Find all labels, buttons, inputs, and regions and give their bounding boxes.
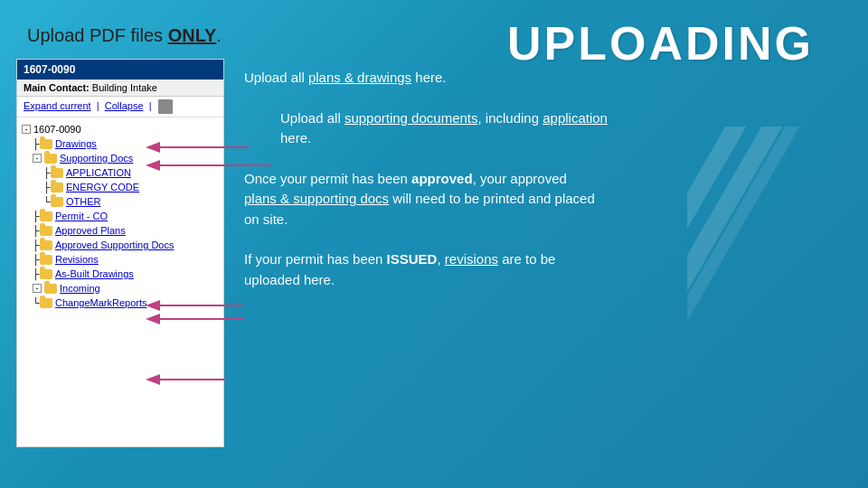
folder-icon (40, 269, 52, 279)
folder-icon (51, 183, 63, 192)
list-item: - Incoming (22, 281, 219, 296)
content-block-1: Upload all plans & drawings here. (244, 68, 832, 89)
tree-root: - 1607-0090 (22, 122, 219, 136)
expand-link[interactable]: Expand current (24, 100, 91, 111)
list-item: ├ ENERGY CODE (22, 180, 219, 194)
content-area: Upload all plans & drawings here. Upload… (244, 59, 832, 310)
list-item: └ ChangeMarkReports (22, 296, 219, 310)
content-block-2: Upload all supporting documents, includi… (244, 108, 832, 149)
screenshot-panel: 1607-0090 Main Contact: Building Intake … (16, 59, 224, 447)
supporting-expand-icon[interactable]: - (33, 154, 42, 163)
incoming-expand-icon[interactable]: - (33, 284, 42, 293)
folder-icon (40, 298, 52, 308)
folder-icon (44, 154, 57, 164)
as-built-drawings-link[interactable]: As-Built Drawings (55, 268, 134, 279)
folder-icon (40, 226, 52, 236)
folder-icon (40, 211, 52, 221)
list-item: ├ Drawings (22, 136, 219, 151)
list-item: ├ APPLICATION (22, 165, 219, 180)
block1-text: Upload all plans & drawings here. (244, 68, 832, 89)
permit-number: 1607-0090 (24, 63, 75, 76)
plans-drawings-link: plans & drawings (308, 70, 411, 85)
permit-co-link[interactable]: Permit - CO (55, 211, 108, 221)
folder-icon (51, 197, 63, 207)
block3-text: Once your permit has been approved, your… (244, 169, 832, 230)
folder-icon (44, 284, 57, 294)
application-link[interactable]: APPLICATION (66, 167, 131, 178)
panel-links: Expand current | Collapse | (17, 97, 223, 117)
content-block-4: If your permit has been ISSUED, revision… (244, 249, 832, 290)
revisions-link[interactable]: Revisions (55, 254, 99, 265)
list-item: └ OTHER (22, 194, 219, 209)
list-item: ├ Permit - CO (22, 209, 219, 223)
panel-header: 1607-0090 (17, 60, 223, 80)
list-item: ├ Approved Plans (22, 223, 219, 238)
panel-subheader: Main Contact: Building Intake (17, 80, 223, 97)
upload-label: Upload PDF files (27, 25, 168, 45)
upload-only: ONLY (168, 25, 217, 45)
approved-plans-link[interactable]: Approved Plans (55, 225, 126, 236)
root-expand-icon[interactable]: - (22, 125, 31, 134)
collapse-link[interactable]: Collapse (105, 100, 144, 111)
root-label: 1607-0090 (33, 124, 81, 135)
upload-instruction: Upload PDF files ONLY. (27, 25, 222, 46)
issued-bold: ISSUED (387, 251, 438, 267)
drawings-link[interactable]: Drawings (55, 138, 97, 149)
approved-bold: approved (411, 171, 473, 186)
list-item: ├ Revisions (22, 252, 219, 267)
folder-icon (40, 255, 52, 265)
block2-text: Upload all supporting documents, includi… (280, 108, 832, 149)
incoming-link[interactable]: Incoming (60, 283, 100, 294)
content-block-3: Once your permit has been approved, your… (244, 169, 832, 230)
approved-supporting-docs-link[interactable]: Approved Supporting Docs (55, 239, 174, 250)
energy-code-link[interactable]: ENERGY CODE (66, 182, 139, 192)
supporting-docs-link[interactable]: Supporting Docs (60, 153, 133, 164)
folder-icon (40, 240, 52, 250)
application-text-link: application (542, 110, 608, 126)
supporting-docs-text-link: supporting documents (344, 110, 478, 126)
block4-text: If your permit has been ISSUED, revision… (244, 249, 832, 290)
plans-supporting-docs-link: plans & supporting docs (244, 191, 389, 206)
folder-icon (51, 168, 63, 178)
revisions-text-link: revisions (445, 251, 498, 267)
tree-section: - 1607-0090 ├ Drawings - Supporting Docs… (17, 117, 223, 314)
list-item: ├ As-Built Drawings (22, 267, 219, 281)
list-item: ├ Approved Supporting Docs (22, 238, 219, 252)
main-contact-value: Building Intake (92, 82, 157, 93)
main-contact-label: Main Contact: (24, 82, 90, 93)
other-link[interactable]: OTHER (66, 196, 101, 207)
folder-icon (40, 139, 52, 149)
changemarks-link[interactable]: ChangeMarkReports (55, 297, 147, 308)
list-item: - Supporting Docs (22, 151, 219, 165)
attachment-icon (158, 99, 173, 114)
